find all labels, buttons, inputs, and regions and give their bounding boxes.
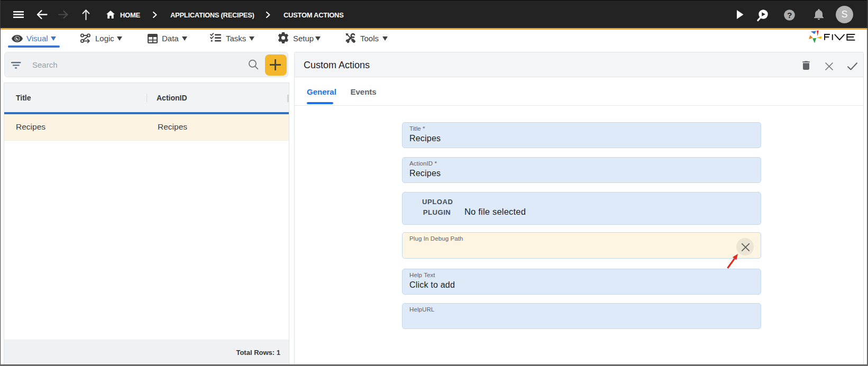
svg-text:?: ? bbox=[787, 11, 791, 20]
